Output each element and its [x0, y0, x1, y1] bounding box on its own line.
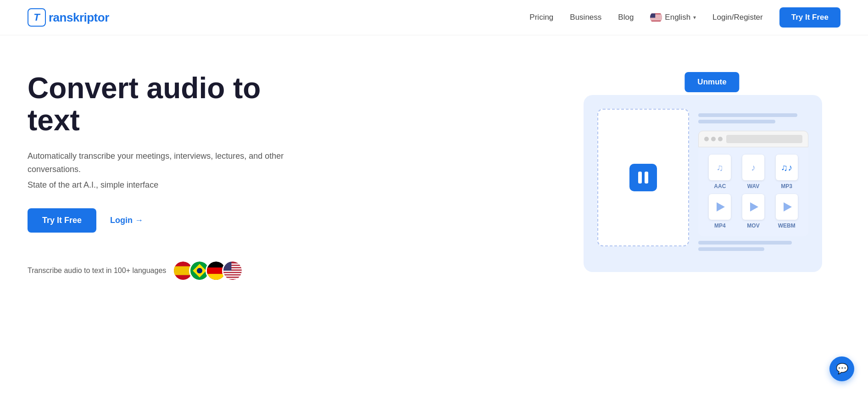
hero-section: Convert audio to text Automatically tran…: [0, 35, 868, 347]
text-line: [698, 113, 797, 117]
file-item-mp3: ♫♪ MP3: [772, 155, 801, 189]
us-flag-icon: [650, 11, 662, 23]
logo-icon: T: [28, 8, 46, 27]
hero-languages-text: Transcribe audio to text in 100+ languag…: [28, 267, 166, 275]
file-item-mov: MOV: [739, 194, 768, 229]
file-icon-mp4: [709, 194, 731, 220]
file-label-mov: MOV: [747, 223, 759, 229]
svg-rect-22: [223, 271, 242, 272]
file-label-webm: WEBM: [778, 223, 796, 229]
main-nav: Pricing Business Blog English ▾ L: [529, 7, 840, 28]
file-label-mp3: MP3: [781, 183, 792, 189]
play-triangle-icon: [784, 202, 792, 211]
flags-row: [172, 260, 243, 281]
logo-text: ranskriptor: [49, 11, 109, 25]
browser-dot-1: [704, 137, 709, 141]
text-line: [698, 120, 775, 123]
file-icon-mp3: ♫♪: [776, 155, 798, 180]
nav-business[interactable]: Business: [570, 13, 601, 22]
file-item-mp4: MP4: [706, 194, 734, 229]
file-item-aac: ♫ AAC: [706, 155, 734, 189]
svg-rect-5: [650, 18, 662, 18]
svg-rect-8: [650, 13, 655, 17]
pause-bar-right: [645, 172, 648, 184]
player-panel: [597, 109, 689, 246]
music-note-icon: ♫: [717, 162, 723, 173]
logo[interactable]: T ranskriptor: [28, 8, 109, 27]
hero-try-free-button[interactable]: Try It Free: [28, 208, 96, 233]
music-note-icon: ♪: [751, 162, 756, 173]
play-triangle-icon: [750, 202, 758, 211]
file-browser-panel: ♫ AAC ♪ WAV ♫♪: [698, 109, 808, 258]
login-register-link[interactable]: Login/Register: [712, 13, 763, 22]
hero-subtitle-2: State of the art A.I., simple interface: [28, 180, 321, 190]
nav-pricing[interactable]: Pricing: [529, 13, 553, 22]
try-it-free-button[interactable]: Try It Free: [779, 7, 840, 28]
hero-login-button[interactable]: Login →: [110, 216, 143, 225]
file-label-mp4: MP4: [714, 223, 726, 229]
hero-left: Convert audio to text Automatically tran…: [28, 72, 321, 281]
usa-flag-icon: [222, 260, 243, 281]
svg-rect-7: [650, 20, 662, 20]
file-item-webm: WEBM: [772, 194, 801, 229]
browser-dots: [704, 137, 723, 141]
file-label-aac: AAC: [714, 183, 726, 189]
svg-rect-24: [223, 276, 242, 277]
pause-bar-left: [638, 172, 642, 184]
language-label: English: [665, 13, 690, 22]
svg-point-13: [197, 268, 202, 273]
svg-rect-23: [223, 273, 242, 275]
browser-bar: [698, 131, 808, 147]
text-lines-top: [698, 109, 808, 131]
hero-subtitle-1: Automatically transcribe your meetings, …: [28, 150, 321, 176]
browser-search-bar: [726, 135, 802, 143]
browser-dot-3: [718, 137, 723, 141]
hero-title: Convert audio to text: [28, 72, 321, 137]
hero-cta-area: Try It Free Login →: [28, 208, 321, 233]
language-selector[interactable]: English ▾: [650, 11, 696, 23]
illustration-card: ♫ AAC ♪ WAV ♫♪: [584, 95, 822, 272]
text-line: [698, 247, 764, 251]
nav-blog[interactable]: Blog: [618, 13, 634, 22]
file-item-wav: ♪ WAV: [739, 155, 768, 189]
play-triangle-icon: [717, 202, 725, 211]
music-note-icon: ♫♪: [781, 162, 792, 173]
hero-illustration: Unmute: [584, 72, 840, 301]
file-icon-mov: [742, 194, 764, 220]
file-icon-webm: [776, 194, 798, 220]
hero-languages: Transcribe audio to text in 100+ languag…: [28, 260, 321, 281]
svg-rect-25: [223, 278, 242, 279]
chevron-down-icon: ▾: [693, 14, 696, 21]
text-line: [698, 241, 792, 245]
browser-dot-2: [711, 137, 716, 141]
file-icon-wav: ♪: [742, 155, 764, 180]
file-grid: ♫ AAC ♪ WAV ♫♪: [698, 147, 808, 236]
svg-rect-6: [650, 19, 662, 19]
text-lines-bottom: [698, 236, 808, 258]
svg-rect-26: [223, 261, 231, 271]
unmute-button[interactable]: Unmute: [684, 72, 739, 92]
file-icon-aac: ♫: [709, 155, 731, 180]
file-label-wav: WAV: [747, 183, 759, 189]
pause-icon: [629, 164, 657, 191]
